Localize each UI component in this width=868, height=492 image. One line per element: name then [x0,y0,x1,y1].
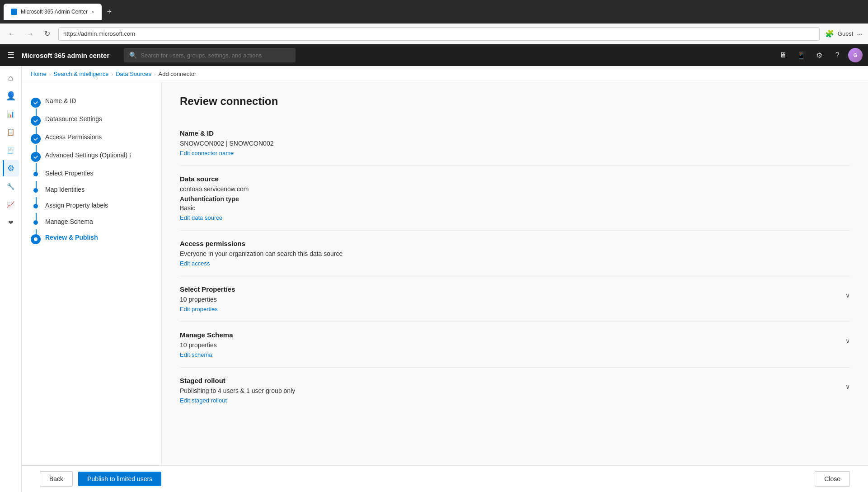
refresh-button[interactable]: ↻ [42,28,53,40]
step-access-permissions: Access Permissions [31,129,152,147]
section-title-access-permissions: Access permissions [180,240,850,247]
app-shell: ☰ Microsoft 365 admin center 🔍 🖥 📱 ⚙ ? G… [0,44,868,492]
edit-staged-rollout-link[interactable]: Edit staged rollout [180,397,227,404]
staged-rollout-header[interactable]: Staged rollout Publishing to 4 users & 1… [180,377,850,396]
review-block-name-id: Name & ID SNOWCON002 | SNOWCON002 Edit c… [180,120,850,166]
forward-button[interactable]: → [23,28,36,40]
app-title: Microsoft 365 admin center [22,52,109,59]
search-icon: 🔍 [129,52,137,59]
back-button[interactable]: ← [5,28,18,40]
hamburger-menu[interactable]: ☰ [5,48,16,62]
search-box[interactable]: 🔍 [124,48,296,62]
bottom-bar: Back Publish to limited users Close [22,465,868,492]
search-input[interactable] [141,52,290,59]
feedback-icon[interactable]: 🖥 [776,48,790,62]
step-label-assign-labels: Assign Property labels [45,201,108,210]
publish-button[interactable]: Publish to limited users [78,472,161,486]
section-value-access-permissions: Everyone in your organization can search… [180,250,850,257]
back-button[interactable]: Back [40,471,73,487]
section-title-staged-rollout: Staged rollout [180,377,295,384]
breadcrumb-sep-3: › [154,71,156,77]
wizard-steps: Name & ID Datasource Settings [22,82,162,465]
step-circle-access [31,134,41,144]
profile-label: Guest [838,30,854,37]
step-circle-name-id [31,98,41,108]
browser-tab[interactable]: Microsoft 365 Admin Center × [4,4,102,20]
step-dot-map-identities [33,188,38,193]
breadcrumb-sep-1: › [49,71,51,77]
left-nav: ⌂ 👤 📊 📋 🧾 ⚙ 🔧 📈 ❤ [0,66,22,492]
breadcrumb-search-intelligence[interactable]: Search & intelligence [53,71,108,77]
nav-users-icon[interactable]: 👤 [3,88,19,104]
step-datasource-settings: Datasource Settings [31,111,152,129]
breadcrumb-home[interactable]: Home [31,71,47,77]
address-bar[interactable]: https://admin.microsoft.com [58,27,820,41]
top-bar-icons: 🖥 📱 ⚙ ? G [776,48,863,62]
breadcrumb-data-sources[interactable]: Data Sources [116,71,151,77]
step-label-select-properties: Select Properties [45,169,94,178]
section-title-manage-schema: Manage Schema [180,331,233,339]
step-circle-advanced [31,152,41,162]
top-bar: ☰ Microsoft 365 admin center 🔍 🖥 📱 ⚙ ? G [0,44,868,66]
nav-billing-icon[interactable]: 🧾 [3,142,19,158]
avatar[interactable]: G [848,48,863,62]
edit-schema-link[interactable]: Edit schema [180,351,212,358]
help-icon[interactable]: ? [830,48,845,62]
browser-actions: 🧩 Guest ··· [825,29,863,38]
step-dot-select-properties [33,172,38,176]
section-value-auth-type: Basic [180,204,850,212]
extensions-icon[interactable]: 🧩 [825,29,834,38]
step-map-identities: Map Identities [31,182,152,198]
nav-home-icon[interactable]: ⌂ [3,70,19,86]
tab-title: Microsoft 365 Admin Center [21,9,88,15]
section-title-name-id: Name & ID [180,129,850,137]
breadcrumb-current: Add connector [159,71,197,77]
manage-schema-header[interactable]: Manage Schema 10 properties ∨ [180,331,850,350]
breadcrumb-sep-2: › [112,71,113,77]
content-area: Home › Search & intelligence › Data Sour… [22,66,868,492]
step-label-map-identities: Map Identities [45,185,84,194]
edit-data-source-link[interactable]: Edit data source [180,214,222,221]
step-label-name-id: Name & ID [45,97,76,106]
step-dot-manage-schema [33,220,38,225]
section-value-staged-rollout: Publishing to 4 users & 1 user group onl… [180,387,295,394]
review-block-access-permissions: Access permissions Everyone in your orga… [180,231,850,276]
section-label-auth-type: Authentication type [180,195,850,203]
nav-insights-icon[interactable]: 📊 [3,106,19,122]
tab-close-button[interactable]: × [91,9,94,14]
settings-icon[interactable]: ⚙ [812,48,826,62]
review-block-staged-rollout: Staged rollout Publishing to 4 users & 1… [180,368,850,413]
edit-connector-name-link[interactable]: Edit connector name [180,150,234,156]
browser-chrome: Microsoft 365 Admin Center × + [0,0,868,24]
nav-health-icon[interactable]: ❤ [3,214,19,231]
nav-settings-icon[interactable]: ⚙ [3,160,19,176]
edit-access-link[interactable]: Edit access [180,260,210,267]
review-block-select-properties: Select Properties 10 properties ∨ Edit p… [180,276,850,322]
address-bar-row: ← → ↻ https://admin.microsoft.com 🧩 Gues… [0,24,868,44]
edit-properties-link[interactable]: Edit properties [180,306,218,312]
more-button[interactable]: ··· [857,30,863,38]
review-block-manage-schema: Manage Schema 10 properties ∨ Edit schem… [180,322,850,368]
section-title-select-properties: Select Properties [180,285,235,293]
review-block-data-source: Data source contoso.servicenow.com Authe… [180,166,850,231]
section-value-name-id: SNOWCON002 | SNOWCON002 [180,140,850,147]
step-circle-review [31,234,41,244]
step-label-manage-schema: Manage Schema [45,218,93,227]
step-assign-labels: Assign Property labels [31,198,152,214]
tab-favicon [11,9,17,15]
step-label-review: Review & Publish [45,233,98,242]
section-value-manage-schema: 10 properties [180,341,233,349]
close-button[interactable]: Close [815,471,850,487]
select-properties-header[interactable]: Select Properties 10 properties ∨ [180,285,850,305]
nav-setup-icon[interactable]: 🔧 [3,178,19,194]
new-tab-button[interactable]: + [105,5,114,19]
wizard-layout: Name & ID Datasource Settings [22,82,868,465]
nav-reports-icon[interactable]: 📋 [3,124,19,140]
chevron-select-properties-icon: ∨ [845,292,850,299]
step-label-datasource: Datasource Settings [45,115,102,124]
main-layout: ⌂ 👤 📊 📋 🧾 ⚙ 🔧 📈 ❤ Home › Search & intell… [0,66,868,492]
step-circle-datasource [31,116,41,126]
section-value-select-properties: 10 properties [180,296,235,303]
mobile-icon[interactable]: 📱 [794,48,808,62]
nav-analytics-icon[interactable]: 📈 [3,196,19,213]
